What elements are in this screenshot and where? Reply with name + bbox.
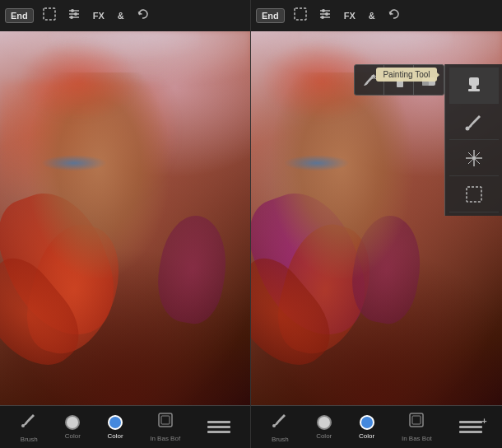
right-brush-tool[interactable]: Brush <box>266 408 294 446</box>
right-blue-circle <box>360 415 374 430</box>
blue-color-label: Color <box>108 432 123 440</box>
undo-icon-left[interactable] <box>134 5 152 26</box>
sparkle-icon <box>462 147 486 170</box>
svg-rect-19 <box>468 89 480 91</box>
right-blue-color[interactable]: Color <box>354 412 379 443</box>
right-white-circle <box>317 415 332 430</box>
left-brush-tool[interactable]: Brush <box>15 408 43 446</box>
plus-icon: + <box>481 416 486 426</box>
right-eye <box>284 155 350 171</box>
svg-point-14 <box>322 9 325 12</box>
svg-text:fx: fx <box>371 74 376 80</box>
svg-point-25 <box>403 76 405 77</box>
blend-button-left[interactable]: & <box>114 9 128 22</box>
brush-icon-right <box>271 411 289 433</box>
selection-rect-icon <box>462 183 486 206</box>
left-inbasbof-tool[interactable]: In Bas Bof <box>145 408 185 446</box>
white-color-label: Color <box>65 432 81 440</box>
right-toolbar-bottom: Brush Color Color In Bas B <box>251 405 502 448</box>
left-toolbar-top: End FX & <box>0 0 250 31</box>
svg-rect-35 <box>467 187 481 202</box>
spray-subtool[interactable] <box>384 65 414 95</box>
svg-point-26 <box>402 77 403 79</box>
sparkle-tool[interactable] <box>449 140 499 176</box>
brush-palette-icon <box>462 110 486 133</box>
right-layers-plus-tool[interactable]: + <box>454 416 487 439</box>
svg-rect-17 <box>469 77 479 86</box>
svg-point-16 <box>321 16 324 19</box>
fx-button-left[interactable]: FX <box>90 9 108 22</box>
inbasbot-label-right: In Bas Bot <box>402 435 432 442</box>
inbasbot-icon-right <box>408 412 425 432</box>
right-white-label: Color <box>316 432 332 440</box>
svg-rect-21 <box>397 79 403 87</box>
spray-icon <box>390 71 408 89</box>
svg-rect-0 <box>44 8 55 20</box>
svg-point-34 <box>472 156 476 160</box>
svg-point-5 <box>74 12 77 16</box>
selection-rect-tool[interactable] <box>449 176 499 212</box>
svg-point-4 <box>71 9 74 12</box>
brush-label-left: Brush <box>21 436 38 443</box>
left-blue-color[interactable]: Color <box>103 412 128 443</box>
inbasbof-label-left: In Bas Bof <box>150 435 180 442</box>
svg-rect-38 <box>412 416 421 424</box>
brush-label-right: Brush <box>272 436 289 443</box>
layers-icon-right <box>459 419 482 436</box>
svg-rect-37 <box>410 413 423 427</box>
eraser-icon <box>420 71 438 89</box>
right-blue-label: Color <box>359 432 374 440</box>
adjustments-icon-right[interactable] <box>316 5 334 26</box>
hair-red <box>16 40 140 122</box>
selection-icon[interactable] <box>40 5 58 26</box>
svg-point-24 <box>402 73 404 75</box>
right-inbasbot-tool[interactable]: In Bas Bot <box>397 408 437 446</box>
stamp-icon <box>462 74 486 97</box>
right-end-button[interactable]: End <box>256 8 285 23</box>
eraser-subtool[interactable] <box>414 65 444 95</box>
svg-rect-9 <box>161 416 170 424</box>
inbasbof-icon-left <box>157 412 174 432</box>
left-toolbar-bottom: Brush Color Color In Bas B <box>0 405 250 448</box>
svg-point-15 <box>325 12 328 16</box>
left-portrait <box>0 31 250 405</box>
fx-button-right[interactable]: FX <box>341 9 359 22</box>
svg-point-36 <box>272 424 276 427</box>
blend-button-right[interactable]: & <box>365 9 379 22</box>
fx-brush-icon: fx <box>360 71 379 89</box>
left-canvas <box>0 31 250 405</box>
svg-rect-10 <box>295 8 306 20</box>
tool-palette: Painting Tool fx <box>444 64 502 216</box>
svg-rect-8 <box>159 413 172 427</box>
adjustments-icon[interactable] <box>65 5 83 26</box>
svg-point-7 <box>21 424 25 427</box>
left-panel: End FX & <box>0 0 251 448</box>
right-toolbar-top: End FX & <box>251 0 502 31</box>
right-white-color[interactable]: Color <box>311 412 337 443</box>
sub-tools-row: fx <box>354 64 444 96</box>
white-color-circle <box>65 415 80 430</box>
eye-left <box>41 155 107 171</box>
stamp-tool[interactable]: Painting Tool <box>449 68 499 104</box>
brush-icon-left <box>20 411 38 433</box>
left-white-color[interactable]: Color <box>60 412 86 443</box>
selection-icon-right[interactable] <box>291 5 309 26</box>
fx-brush-subtool[interactable]: fx <box>355 65 384 95</box>
layers-plus-container: + <box>459 419 482 436</box>
svg-point-6 <box>70 16 73 19</box>
left-layers-tool[interactable] <box>202 416 235 439</box>
svg-point-23 <box>400 75 402 77</box>
undo-icon-right[interactable] <box>385 5 403 26</box>
right-canvas: Painting Tool fx <box>251 31 502 405</box>
blue-color-circle <box>108 415 123 430</box>
left-end-button[interactable]: End <box>5 8 34 23</box>
svg-rect-22 <box>398 77 402 80</box>
layers-icon-left <box>207 419 230 436</box>
right-panel: End FX & <box>251 0 502 448</box>
svg-rect-18 <box>472 86 476 89</box>
app-container: End FX & <box>0 0 502 448</box>
svg-rect-28 <box>422 82 429 86</box>
svg-point-29 <box>465 126 469 130</box>
brush-tool-palette[interactable] <box>449 104 499 140</box>
